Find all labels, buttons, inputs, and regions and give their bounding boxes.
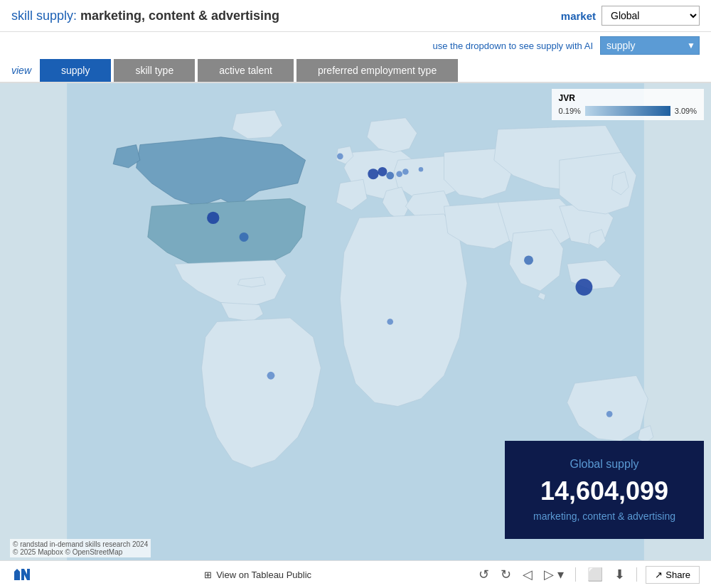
map-dot-brazil [267,372,275,380]
market-label: market [561,10,596,22]
tabs: view supply skill type active talent pre… [0,59,711,83]
supply-bar-label: use the dropdown to see supply with AI [433,41,593,51]
footer-divider-1 [575,567,576,582]
map-dot-africa [387,319,393,325]
jvr-bar-row: 0.19% 3.09% [559,106,697,116]
map-dot-western-europe-4 [396,171,402,177]
view-tableau-link[interactable]: ⊞ View on Tableau Public [204,570,311,580]
redo-icon[interactable]: ↻ [498,565,514,584]
download-icon[interactable]: ⬇ [611,565,628,584]
map-copyright: © 2025 Mapbox © OpenStreetMap [13,548,148,556]
map-dot-southeast-asia [576,279,593,296]
jvr-title: JVR [559,93,697,103]
grid-icon: ⊞ [204,570,212,580]
supply-dropdown[interactable]: supply supply with AI demand [600,36,700,55]
map-dot-western-europe-2 [378,167,387,176]
info-title: Global supply [528,458,681,471]
jvr-color-bar [585,106,670,116]
page-title: skill supply: marketing, content & adver… [11,9,279,23]
tab-preferred-employment-type[interactable]: preferred employment type [296,59,458,82]
map-dot-usa [240,232,249,242]
map-dot-india [524,255,533,264]
map-dot-australia [606,411,613,417]
info-number: 14,604,099 [528,476,681,506]
tab-active-talent[interactable]: active talent [198,59,294,82]
jvr-max-value: 3.09% [675,107,697,115]
map-dot-uk [337,153,343,159]
footer-left [11,566,40,583]
info-box: Global supply 14,604,099 marketing, cont… [505,441,704,539]
map-container: JVR 0.19% 3.09% [0,83,711,560]
map-dot-western-europe-3 [386,171,394,179]
tab-skill-type[interactable]: skill type [114,59,195,82]
info-subtitle: marketing, content & advertising [528,511,681,522]
footer-center: ⊞ View on Tableau Public [204,570,311,580]
randstad-credit: © randstad in-demand skills research 202… [13,540,148,548]
footer: ⊞ View on Tableau Public ↺ ↻ ◁ ▷ ▾ ⬜ ⬇ ↗… [0,560,711,588]
supply-dropdown-wrapper: supply supply with AI demand ▼ [600,36,700,55]
supply-bar: use the dropdown to see supply with AI s… [0,32,711,59]
randstad-logo [11,566,40,583]
view-label: view [7,59,36,82]
map-dot-europe-6 [419,167,423,171]
main-content: JVR 0.19% 3.09% [0,83,711,560]
map-dot-canada [207,212,219,224]
undo-icon[interactable]: ↺ [476,565,492,584]
forward-icon[interactable]: ▷ ▾ [541,565,567,584]
share-button[interactable]: ↗ Share [646,566,700,584]
tab-supply[interactable]: supply [40,59,111,82]
jvr-min-value: 0.19% [559,107,581,115]
map-attribution: © randstad in-demand skills research 202… [10,539,151,557]
map-dot-europe-5 [402,169,409,175]
footer-divider-2 [636,567,637,582]
presentation-icon[interactable]: ⬜ [584,565,606,584]
market-dropdown[interactable]: Global United States United Kingdom Euro… [602,6,700,26]
back-icon[interactable]: ◁ [520,565,535,584]
map-dot-western-europe-1 [368,169,378,179]
market-selector: market Global United States United Kingd… [561,6,700,26]
jvr-legend: JVR 0.19% 3.09% [552,89,704,120]
footer-right: ↺ ↻ ◁ ▷ ▾ ⬜ ⬇ ↗ Share [476,565,700,584]
share-icon: ↗ [655,570,663,580]
